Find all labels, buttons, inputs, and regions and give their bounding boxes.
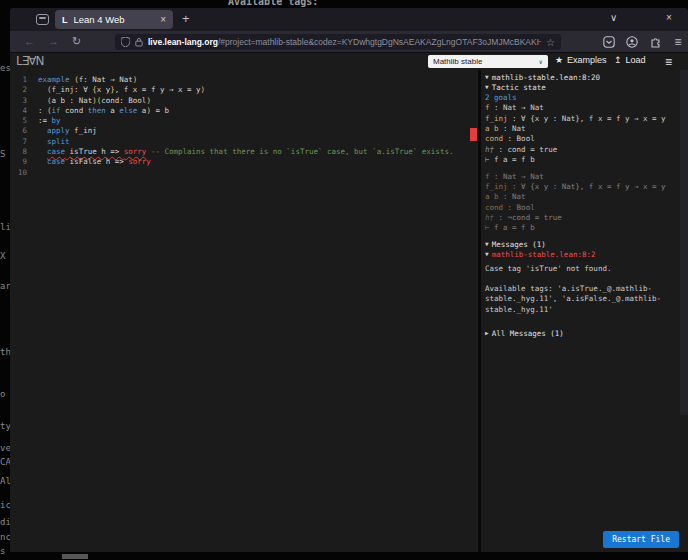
window-close-icon[interactable]: × (666, 12, 672, 23)
restart-file-button[interactable]: Restart File (603, 531, 679, 548)
list-tabs-chevron-icon[interactable]: ∨ (610, 12, 617, 23)
code-token: apply (47, 126, 70, 135)
examples-button[interactable]: ★ Examples (555, 55, 607, 65)
code-token: f_inj (485, 182, 508, 191)
new-tab-button[interactable]: + (182, 11, 190, 26)
infoview-section-header[interactable]: ▼mathlib-stable.lean:8:20 (485, 72, 688, 82)
code-token: : cond = true (494, 145, 557, 154)
section-header-label: All Messages (1) (492, 329, 564, 338)
code-editor[interactable]: 1example (f: Nat → Nat)2 (f_inj: ∀ {x y}… (10, 70, 478, 552)
code-line[interactable]: 3 (a b : Nat)(cond: Bool) (10, 96, 478, 106)
infoview-line: h† : cond = true (485, 145, 688, 155)
lean-menu-icon[interactable]: ≡ (665, 55, 672, 69)
code-line[interactable]: 5:= by (10, 116, 478, 126)
code-token: ) (146, 96, 151, 105)
code-token: sorry (128, 157, 151, 166)
account-icon[interactable] (624, 34, 640, 50)
code-token: , f x = f y → x = y (115, 85, 201, 94)
infoview-line: a b : Nat (485, 192, 688, 202)
code-line[interactable]: 10 (10, 168, 478, 178)
code-token: = b (151, 106, 169, 115)
code-token: isFalse h => (65, 157, 128, 166)
infoview-spacer (485, 315, 688, 328)
code-token: : ¬cond = true (494, 213, 562, 222)
code-line[interactable]: 4: (if cond then a else a) = b (10, 106, 478, 116)
code-token: case (47, 157, 65, 166)
firefox-view-icon[interactable] (36, 14, 49, 25)
code-token: by (52, 116, 61, 125)
code-token: a b (485, 124, 499, 133)
code-line[interactable]: 1example (f: Nat → Nat) (10, 75, 478, 85)
forward-button[interactable]: → (48, 35, 59, 47)
url-host: live.lean-lang.org (148, 37, 218, 47)
code-token: := (38, 116, 52, 125)
code-line[interactable]: 8 case isTrue h => sorry -- Complains th… (10, 147, 478, 157)
line-number: 2 (10, 85, 27, 95)
infoview-section-header[interactable]: ▼Messages (1) (485, 239, 688, 249)
app-menu-icon[interactable]: ≡ (670, 34, 686, 50)
line-number: 9 (10, 157, 27, 167)
select-chevron-icon: ∨ (539, 58, 543, 65)
code-token: : Bool (503, 134, 535, 143)
code-line[interactable]: 6 apply f_inj (10, 126, 478, 136)
overview-ruler-error-marker (470, 128, 477, 141)
code-token: a b (485, 192, 499, 201)
code-token (38, 157, 47, 166)
code-token: isTrue h => (65, 147, 124, 156)
infoview-section-header[interactable]: ▼mathlib-stable.lean:8:2 (485, 249, 688, 259)
code-token: cond (485, 134, 503, 143)
extensions-puzzle-icon[interactable] (648, 34, 664, 50)
browser-window: L Lean 4 Web × + ∨ × ← → ↻ live.lean-lan… (10, 8, 688, 552)
infoview-scrollbar[interactable] (680, 70, 688, 415)
code-line[interactable]: 9 case isFalse h => sorry (10, 157, 478, 167)
code-token: a b : Nat (52, 96, 93, 105)
infoview-rows: ▼mathlib-stable.lean:8:20▼Tactic state2 … (485, 72, 688, 339)
background-text-fragment: X (0, 251, 5, 261)
code-token: f_inj (485, 114, 508, 123)
infoview-section-header[interactable]: ▶All Messages (1) (485, 328, 688, 338)
infoview-line: f : Nat → Nat (485, 172, 688, 182)
browser-tab[interactable]: L Lean 4 Web × (55, 10, 173, 29)
reload-button[interactable]: ↻ (72, 35, 81, 48)
lean-logo: L∃∀N (16, 54, 43, 68)
load-button[interactable]: ↥ Load (614, 55, 646, 65)
code-token: f a = f b (490, 155, 535, 164)
code-token: : (38, 106, 47, 115)
code-token (38, 126, 47, 135)
code-token: Case tag 'isTrue' not found. (485, 264, 611, 273)
code-token: f: Nat → Nat (79, 75, 133, 84)
code-token: then (88, 106, 106, 115)
code-line[interactable]: 7 split (10, 137, 478, 147)
infoview-line: f_inj : ∀ {x y : Nat}, f x = f y → x = y (485, 182, 688, 192)
infoview-spacer (485, 274, 688, 284)
code-token (38, 85, 47, 94)
tracking-protection-shield-icon[interactable] (121, 37, 130, 47)
url-text[interactable]: live.lean-lang.org/#project=mathlib-stab… (148, 37, 541, 47)
code-token: ) (201, 85, 206, 94)
main-split: 1example (f: Nat → Nat)2 (f_inj: ∀ {x y}… (10, 70, 688, 552)
code-line[interactable]: 2 (f_inj: ∀ {x y}, f x = f y → x = y) (10, 85, 478, 95)
code-token: f a = f b (490, 223, 535, 232)
tab-bar: L Lean 4 Web × + ∨ × (10, 8, 688, 31)
toolchain-select[interactable]: Mathlib stable ∨ (428, 55, 548, 68)
background-text-fragment: o (0, 389, 5, 399)
code-token: example (38, 75, 70, 84)
lean4web-app: L∃∀N Mathlib stable ∨ ★ Examples ↥ Load … (10, 53, 688, 552)
code-token: x y (97, 85, 111, 94)
line-number: 4 (10, 106, 27, 116)
code-token: 2 goals (485, 93, 517, 102)
url-bar[interactable]: live.lean-lang.org/#project=mathlib-stab… (115, 34, 561, 50)
background-text-fragment: s (0, 546, 5, 556)
code-lines: 1example (f: Nat → Nat)2 (f_inj: ∀ {x y}… (10, 75, 478, 178)
lean-header: L∃∀N Mathlib stable ∨ ★ Examples ↥ Load … (10, 53, 688, 70)
back-button[interactable]: ← (24, 35, 35, 47)
code-token: : ∀ {x y : Nat}, f x = f y → x = y (508, 114, 666, 123)
chevron-down-icon: ▼ (485, 240, 489, 247)
tab-close-icon[interactable]: × (160, 14, 166, 25)
code-token: : Nat (499, 124, 526, 133)
pocket-save-icon[interactable] (601, 34, 617, 50)
infoview-section-header[interactable]: ▼Tactic state (485, 82, 688, 92)
infoview-line: h† : ¬cond = true (485, 213, 688, 223)
code-token: : Nat → Nat (490, 103, 544, 112)
bookmark-star-icon[interactable]: ☆ (546, 37, 555, 48)
